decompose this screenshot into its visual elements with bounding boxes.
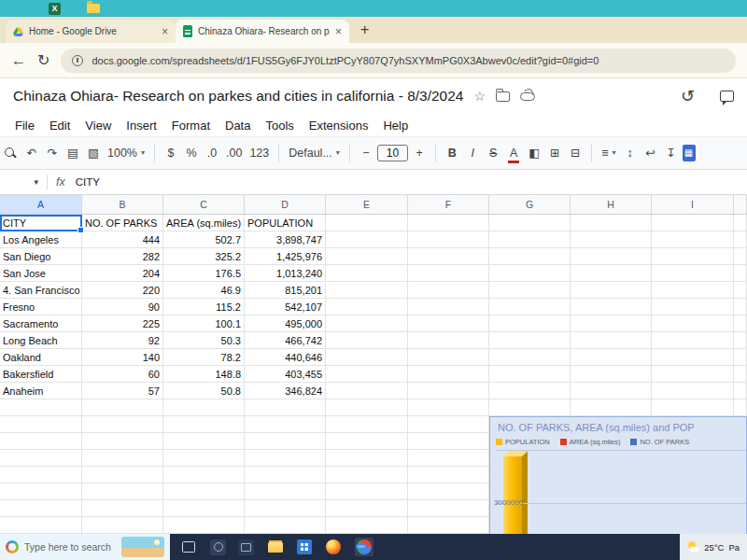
decrease-font-size-icon[interactable]: −	[357, 144, 375, 163]
cell-F6[interactable]	[408, 299, 489, 315]
cell-F12[interactable]	[408, 399, 489, 416]
cell-C6[interactable]: 115.2	[163, 299, 245, 315]
cell-G9[interactable]	[489, 349, 571, 366]
cell-B12[interactable]	[82, 399, 163, 416]
cell-J3[interactable]	[734, 248, 747, 265]
cell-H1[interactable]	[571, 215, 652, 231]
menu-tools[interactable]: Tools	[258, 117, 301, 134]
cell-D5[interactable]: 815,201	[245, 282, 326, 299]
cell-E15[interactable]	[326, 450, 408, 467]
cell-E9[interactable]	[326, 349, 408, 366]
cell-C4[interactable]: 176.5	[163, 265, 245, 282]
site-info-icon[interactable]	[72, 55, 83, 66]
column-header[interactable]	[734, 195, 747, 214]
cell-A1[interactable]: CITY	[0, 215, 82, 231]
name-box[interactable]: ▾	[0, 177, 47, 187]
menu-extensions[interactable]: Extensions	[302, 117, 376, 134]
menu-data[interactable]: Data	[218, 117, 258, 134]
new-tab-button[interactable]: +	[360, 22, 369, 37]
refresh-icon[interactable]: ↻	[37, 51, 49, 69]
zoom-select[interactable]: 100%▾	[105, 144, 148, 163]
menu-edit[interactable]: Edit	[42, 117, 78, 134]
cell-D11[interactable]: 346,824	[245, 383, 326, 399]
cell-B18[interactable]	[82, 500, 163, 517]
column-header-C[interactable]: C	[163, 195, 245, 214]
cell-B11[interactable]: 57	[82, 383, 163, 399]
cell-C8[interactable]: 50.3	[163, 332, 245, 349]
column-header-D[interactable]: D	[245, 195, 326, 214]
cell-C9[interactable]: 78.2	[163, 349, 245, 366]
vertical-align-icon[interactable]: ↕	[621, 144, 640, 163]
cell-D2[interactable]: 3,898,747	[245, 231, 326, 248]
cell-C11[interactable]: 50.8	[163, 383, 245, 399]
paint-format-icon[interactable]: ▧	[84, 144, 103, 163]
cell-E12[interactable]	[326, 399, 408, 416]
cell-B4[interactable]: 204	[82, 265, 163, 282]
cell-G1[interactable]	[489, 215, 571, 231]
cell-E16[interactable]	[326, 467, 408, 483]
cell-A13[interactable]	[0, 416, 82, 433]
cell-J7[interactable]	[734, 315, 747, 332]
cell-A7[interactable]: Sacramento	[0, 315, 82, 332]
cell-D8[interactable]: 466,742	[245, 332, 326, 349]
cell-J2[interactable]	[734, 231, 747, 248]
cell-B19[interactable]	[82, 517, 163, 534]
cell-G12[interactable]	[489, 399, 571, 416]
print-icon[interactable]: ▤	[63, 144, 82, 163]
cell-B6[interactable]: 90	[82, 299, 163, 315]
cell-J11[interactable]	[734, 383, 747, 399]
column-header-E[interactable]: E	[326, 195, 408, 214]
decrease-decimal-icon[interactable]: .0	[203, 144, 221, 163]
system-tray-weather[interactable]: 25°C Pa	[680, 534, 747, 560]
cell-H4[interactable]	[571, 265, 652, 282]
cell-H8[interactable]	[571, 332, 652, 349]
bold-icon[interactable]: B	[443, 144, 461, 163]
cell-E1[interactable]	[326, 215, 408, 231]
column-header-I[interactable]: I	[652, 195, 734, 214]
file-explorer-icon[interactable]	[266, 538, 285, 556]
cell-C12[interactable]	[163, 399, 245, 416]
taskbar-search[interactable]: Type here to search	[0, 534, 170, 560]
document-title[interactable]: Chinaza Ohiara- Research on parkes and c…	[13, 88, 463, 105]
cell-I7[interactable]	[652, 315, 734, 332]
fill-color-icon[interactable]: ◧	[525, 144, 543, 163]
cell-C10[interactable]: 148.8	[163, 366, 245, 383]
cell-F16[interactable]	[408, 467, 489, 483]
cell-A8[interactable]: Long Beach	[0, 332, 82, 349]
cell-B9[interactable]: 140	[82, 349, 163, 366]
cell-H9[interactable]	[571, 349, 652, 366]
cell-C3[interactable]: 325.2	[163, 248, 245, 265]
cell-E10[interactable]	[326, 366, 408, 383]
cell-J10[interactable]	[734, 366, 747, 383]
increase-decimal-icon[interactable]: .00	[223, 144, 245, 163]
back-icon[interactable]: ←	[11, 52, 26, 69]
cell-A15[interactable]	[0, 450, 82, 467]
cell-I2[interactable]	[652, 231, 734, 248]
cell-J4[interactable]	[734, 265, 747, 282]
cell-E4[interactable]	[326, 265, 408, 282]
cell-F11[interactable]	[408, 383, 489, 399]
cell-C13[interactable]	[163, 416, 245, 433]
cell-D3[interactable]: 1,425,976	[245, 248, 326, 265]
cell-F3[interactable]	[408, 248, 489, 265]
cell-H3[interactable]	[571, 248, 652, 265]
cell-I1[interactable]	[652, 215, 734, 231]
cell-J6[interactable]	[734, 299, 747, 315]
cell-C7[interactable]: 100.1	[163, 315, 245, 332]
cell-I11[interactable]	[652, 383, 734, 399]
cell-D15[interactable]	[245, 450, 326, 467]
text-wrap-icon[interactable]: ↩	[641, 144, 660, 163]
cell-F9[interactable]	[408, 349, 489, 366]
cell-D1[interactable]: POPULATION	[245, 215, 326, 231]
cell-G3[interactable]	[489, 248, 571, 265]
cell-E8[interactable]	[326, 332, 408, 349]
cell-I3[interactable]	[652, 248, 734, 265]
cell-E18[interactable]	[326, 500, 408, 517]
cell-F14[interactable]	[408, 433, 489, 450]
chrome-icon[interactable]	[355, 538, 374, 556]
cell-C14[interactable]	[163, 433, 245, 450]
column-header-F[interactable]: F	[408, 195, 489, 214]
cell-A12[interactable]	[0, 399, 82, 416]
column-header-G[interactable]: G	[489, 195, 571, 214]
cell-E19[interactable]	[326, 517, 408, 534]
